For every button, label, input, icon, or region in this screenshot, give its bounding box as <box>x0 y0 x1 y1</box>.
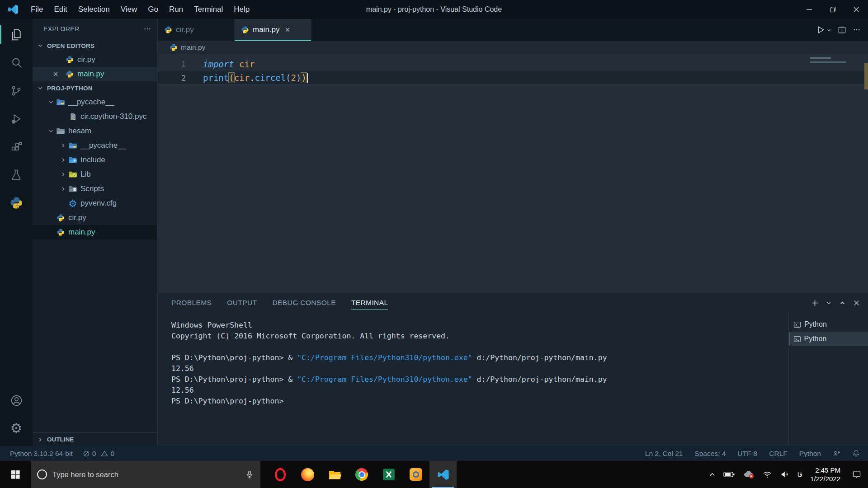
language-mode-status[interactable]: Python <box>799 450 821 458</box>
chevron-right-icon <box>35 436 45 443</box>
split-editor-icon[interactable] <box>838 26 846 34</box>
close-window-button[interactable] <box>844 0 868 19</box>
window-controls <box>797 0 868 19</box>
editor-actions <box>816 19 868 41</box>
menu-file[interactable]: File <box>25 0 48 19</box>
activity-settings[interactable]: ⚙ <box>0 414 33 442</box>
cursor-position-status[interactable]: Ln 2, Col 21 <box>645 450 683 458</box>
battery-icon[interactable] <box>723 471 735 478</box>
activity-search[interactable] <box>0 49 33 77</box>
activity-explorer[interactable] <box>0 21 33 49</box>
scrollbar-slider[interactable] <box>864 63 868 89</box>
tree-item-Scripts[interactable]: Scripts <box>33 182 157 196</box>
taskbar-app-vscode[interactable] <box>429 461 457 488</box>
tree-item-main.py[interactable]: main.py <box>33 225 157 239</box>
python-file-icon <box>65 55 74 64</box>
taskbar-app-opera[interactable] <box>267 461 294 488</box>
terminal-line: Windows PowerShell <box>171 321 788 332</box>
outline-section-header[interactable]: OUTLINE <box>33 432 157 446</box>
tree-item-cir.cpython-310.pyc[interactable]: cir.cpython-310.pyc <box>33 109 157 124</box>
restore-button[interactable] <box>821 0 844 19</box>
terminal-text: 12.56 <box>171 386 194 394</box>
activity-accounts[interactable] <box>0 386 33 414</box>
breadcrumb[interactable]: main.py <box>158 41 868 54</box>
ellipsis-icon[interactable] <box>144 25 151 33</box>
open-editor-cir.py[interactable]: cir.py <box>33 52 157 67</box>
close-icon[interactable] <box>283 27 292 33</box>
terminal-text: PS D:\Python\proj-python> <box>171 397 283 405</box>
menu-terminal[interactable]: Terminal <box>189 0 228 19</box>
terminal-instance-2[interactable]: Python <box>789 332 868 346</box>
code-line-1[interactable]: 1import cir <box>158 57 868 71</box>
menu-run[interactable]: Run <box>164 0 189 19</box>
minimap[interactable] <box>810 57 860 66</box>
tree-item-cir.py[interactable]: cir.py <box>33 211 157 225</box>
activity-extensions[interactable] <box>0 133 33 161</box>
new-terminal-icon[interactable] <box>811 299 819 307</box>
panel-tab-output[interactable]: OUTPUT <box>227 293 257 313</box>
run-debug-icon <box>10 113 23 125</box>
menu-selection[interactable]: Selection <box>73 0 115 19</box>
run-python-file-button[interactable] <box>816 25 831 34</box>
panel-tab-terminal[interactable]: TERMINAL <box>351 293 388 313</box>
activity-run-debug[interactable] <box>0 105 33 133</box>
volume-icon[interactable] <box>780 470 790 479</box>
tree-item-Lib[interactable]: Lib <box>33 167 157 182</box>
menu-view[interactable]: View <box>115 0 143 19</box>
start-button[interactable] <box>0 461 31 488</box>
activity-python[interactable] <box>0 189 33 217</box>
tree-item-__pycache__[interactable]: __pycache__ <box>33 138 157 153</box>
maximize-panel-icon[interactable] <box>839 300 846 306</box>
chevron-down-icon[interactable] <box>826 300 832 306</box>
bell-icon[interactable] <box>852 450 860 457</box>
terminal-line <box>171 343 788 353</box>
onedrive-error-icon[interactable] <box>743 470 755 479</box>
taskbar-app-file-explorer[interactable] <box>321 461 348 488</box>
tree-item-hesam[interactable]: hesam <box>33 124 157 138</box>
terminal-output[interactable]: Windows PowerShellCopyright (C) 2016 Mic… <box>158 313 788 446</box>
keyboard-language-indicator[interactable]: فا <box>797 470 803 479</box>
firefox-icon <box>301 468 314 481</box>
taskbar-app-excel[interactable] <box>375 461 402 488</box>
feedback-icon[interactable] <box>833 450 840 457</box>
tree-item-__pycache__[interactable]: __pycache__ <box>33 95 157 109</box>
python-interpreter-status[interactable]: Python 3.10.2 64-bit <box>10 450 73 458</box>
code-editor[interactable]: 1import cir2print(cir.circel(2)) <box>158 54 868 292</box>
ellipsis-icon[interactable] <box>853 26 861 34</box>
open-editor-main.py[interactable]: main.py <box>33 67 157 81</box>
open-editors-header[interactable]: OPEN EDITORS <box>33 39 157 52</box>
tab-main.py[interactable]: main.py <box>235 19 311 41</box>
taskbar-clock[interactable]: 2:45 PM 1/22/2022 <box>810 466 840 483</box>
tray-chevron-up-icon[interactable] <box>709 471 716 478</box>
menu-go[interactable]: Go <box>142 0 164 19</box>
close-icon[interactable] <box>52 71 65 77</box>
indentation-status[interactable]: Spaces: 4 <box>694 450 726 458</box>
panel-tab-problems[interactable]: PROBLEMS <box>171 293 212 313</box>
microphone-icon[interactable] <box>245 470 254 479</box>
chevron-down-icon <box>35 42 45 49</box>
terminal-instance-1[interactable]: Python <box>789 317 868 332</box>
menu-edit[interactable]: Edit <box>48 0 72 19</box>
open-editors-list: cir.pymain.py <box>33 52 157 81</box>
taskbar-app-media-player[interactable] <box>402 461 429 488</box>
menu-help[interactable]: Help <box>228 0 255 19</box>
activity-source-control[interactable] <box>0 77 33 105</box>
code-line-2[interactable]: 2print(cir.circel(2)) <box>158 71 868 85</box>
eol-status[interactable]: CRLF <box>769 450 787 458</box>
minimize-button[interactable] <box>797 0 821 19</box>
close-panel-icon[interactable] <box>853 300 860 306</box>
project-header[interactable]: PROJ-PYTHON <box>33 81 157 95</box>
search-input[interactable] <box>52 470 240 479</box>
problems-status[interactable]: 0 0 <box>83 450 114 458</box>
tab-cir.py[interactable]: cir.py <box>158 19 235 41</box>
action-center-icon[interactable] <box>852 470 862 479</box>
panel-tab-debug-console[interactable]: DEBUG CONSOLE <box>272 293 335 313</box>
encoding-status[interactable]: UTF-8 <box>737 450 757 458</box>
activity-testing[interactable] <box>0 161 33 189</box>
taskbar-app-firefox[interactable] <box>294 461 321 488</box>
taskbar-search[interactable] <box>31 461 260 488</box>
taskbar-app-chrome[interactable] <box>348 461 375 488</box>
tree-item-pyvenv.cfg[interactable]: ⚙pyvenv.cfg <box>33 196 157 211</box>
tree-item-Include[interactable]: Include <box>33 153 157 167</box>
wifi-icon[interactable] <box>762 470 772 479</box>
